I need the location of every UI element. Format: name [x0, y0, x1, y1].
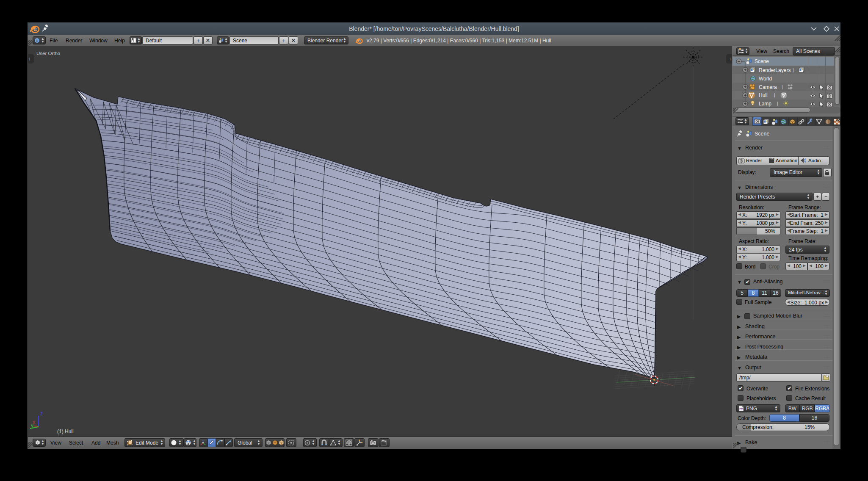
svg-text:z: z — [40, 411, 43, 417]
svg-text:i: i — [36, 38, 38, 43]
svg-text:y: y — [31, 423, 33, 428]
